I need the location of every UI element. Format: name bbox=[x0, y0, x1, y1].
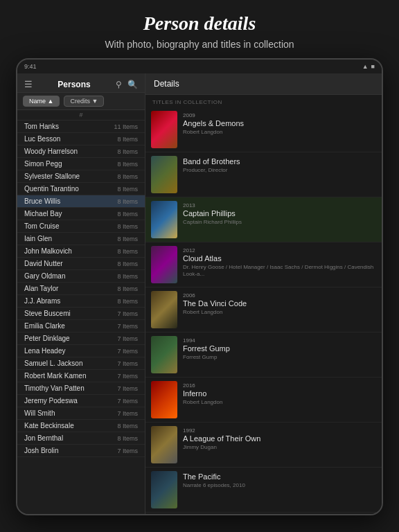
person-row[interactable]: Michael Bay8 Items bbox=[17, 208, 145, 220]
person-name: Alan Taylor bbox=[24, 285, 58, 292]
person-row[interactable]: Simon Pegg8 Items bbox=[17, 158, 145, 170]
title-row[interactable]: 2016InfernoRobert Langdon bbox=[145, 378, 382, 423]
person-count: 7 Items bbox=[117, 410, 138, 417]
top-section: Person details With photo, biography and… bbox=[0, 0, 399, 58]
title-role: Narrate 6 episodes, 2010 bbox=[183, 482, 376, 489]
title-row[interactable]: 2006The Da Vinci CodeRobert Langdon bbox=[145, 287, 382, 332]
title-row[interactable]: Band of BrothersProducer, Director bbox=[145, 152, 382, 197]
person-row[interactable]: Quentin Tarantino8 Items bbox=[17, 183, 145, 195]
person-count: 7 Items bbox=[117, 447, 138, 454]
person-name: Timothy Van Patten bbox=[24, 384, 85, 392]
filter-icon[interactable]: ⚲ bbox=[116, 80, 122, 89]
poster-placeholder bbox=[151, 426, 177, 463]
person-row[interactable]: Alan Taylor8 Items bbox=[17, 283, 145, 295]
person-row[interactable]: Timothy Van Patten7 Items bbox=[17, 382, 145, 395]
person-row[interactable]: J.J. Abrams8 Items bbox=[17, 295, 145, 308]
title-year: 2016 bbox=[183, 382, 376, 389]
person-count: 7 Items bbox=[117, 335, 138, 342]
page-subtitle: With photo, biography and titles in coll… bbox=[14, 39, 385, 50]
right-panel-title: Details bbox=[154, 79, 179, 89]
title-row[interactable]: 1994Forrest GumpForrest Gump bbox=[145, 332, 382, 378]
person-name: Jon Bernthal bbox=[24, 434, 63, 442]
title-year: 1994 bbox=[183, 337, 376, 344]
left-panel: ☰ Persons ⚲ 🔍 Name ▲ Credits ▼ # Tom Han… bbox=[17, 73, 145, 514]
title-role: Producer, Director bbox=[183, 167, 376, 174]
person-name: Peter Dinklage bbox=[24, 335, 70, 342]
title-row[interactable]: 2013Captain PhillipsCaptain Richard Phil… bbox=[145, 197, 382, 242]
titles-list[interactable]: 2009Angels & DemonsRobert LangdonBand of… bbox=[145, 107, 382, 514]
battery-icon: ■ bbox=[371, 63, 375, 70]
title-poster bbox=[151, 201, 177, 238]
person-row[interactable]: Josh Brolin7 Items bbox=[17, 445, 145, 457]
title-name: Inferno bbox=[183, 389, 376, 398]
menu-icon[interactable]: ☰ bbox=[24, 79, 33, 89]
title-year: 2006 bbox=[183, 292, 376, 299]
title-role: Jimmy Dugan bbox=[183, 444, 376, 451]
person-count: 8 Items bbox=[117, 435, 138, 442]
title-year: 1992 bbox=[183, 427, 376, 434]
person-count: 7 Items bbox=[117, 348, 138, 355]
person-count: 7 Items bbox=[117, 310, 138, 317]
title-info: 1992A League of Their OwnJimmy Dugan bbox=[183, 426, 376, 451]
person-row[interactable]: Gary Oldman8 Items bbox=[17, 270, 145, 283]
person-row[interactable]: Will Smith7 Items bbox=[17, 407, 145, 420]
person-row[interactable]: Iain Glen8 Items bbox=[17, 233, 145, 245]
title-info: 1994Forrest GumpForrest Gump bbox=[183, 336, 376, 361]
person-row[interactable]: Robert Mark Kamen7 Items bbox=[17, 370, 145, 382]
sort-credits-button[interactable]: Credits ▼ bbox=[64, 96, 104, 107]
status-time: 9:41 bbox=[24, 63, 37, 70]
person-count: 8 Items bbox=[117, 260, 138, 267]
person-name: Steve Buscemi bbox=[24, 310, 71, 317]
person-count: 8 Items bbox=[117, 273, 138, 280]
person-row[interactable]: Samuel L. Jackson7 Items bbox=[17, 357, 145, 370]
title-role: Robert Langdon bbox=[183, 129, 376, 136]
persons-list[interactable]: Tom Hanks11 ItemsLuc Besson8 ItemsWoody … bbox=[17, 121, 145, 514]
title-info: 2013Captain PhillipsCaptain Richard Phil… bbox=[183, 201, 376, 226]
title-year: 2012 bbox=[183, 247, 376, 254]
person-name: Luc Besson bbox=[24, 135, 60, 143]
person-row[interactable]: Kate Beckinsale8 Items bbox=[17, 420, 145, 432]
person-row[interactable]: Steve Buscemi7 Items bbox=[17, 308, 145, 320]
search-icon[interactable]: 🔍 bbox=[127, 80, 138, 89]
title-info: 2006The Da Vinci CodeRobert Langdon bbox=[183, 291, 376, 316]
person-name: Samuel L. Jackson bbox=[24, 360, 83, 367]
title-row[interactable]: 2012Cloud AtlasDr. Henry Goose / Hotel M… bbox=[145, 242, 382, 287]
person-row[interactable]: Lena Headey7 Items bbox=[17, 345, 145, 357]
person-row[interactable]: John Malkovich8 Items bbox=[17, 245, 145, 258]
person-count: 7 Items bbox=[117, 373, 138, 380]
person-row[interactable]: Tom Hanks11 Items bbox=[17, 121, 145, 133]
title-info: Band of BrothersProducer, Director bbox=[183, 156, 376, 174]
person-row[interactable]: Jon Bernthal8 Items bbox=[17, 432, 145, 445]
title-row[interactable]: The PacificNarrate 6 episodes, 2010 bbox=[145, 468, 382, 513]
title-row[interactable]: 1992A League of Their OwnJimmy Dugan bbox=[145, 423, 382, 468]
person-row[interactable]: Emilia Clarke7 Items bbox=[17, 320, 145, 332]
page-title: Person details bbox=[14, 12, 385, 35]
title-row[interactable]: 1993Philadelphia bbox=[145, 513, 382, 514]
title-role: Robert Langdon bbox=[183, 309, 376, 316]
title-role: Captain Richard Phillips bbox=[183, 219, 376, 226]
person-row[interactable]: Bruce Willis8 Items bbox=[17, 195, 145, 208]
person-count: 8 Items bbox=[117, 211, 138, 218]
title-name: Angels & Demons bbox=[183, 119, 376, 127]
person-name: Kate Beckinsale bbox=[24, 422, 74, 429]
person-row[interactable]: Luc Besson8 Items bbox=[17, 133, 145, 145]
person-row[interactable]: David Nutter8 Items bbox=[17, 258, 145, 270]
person-name: Simon Pegg bbox=[24, 160, 62, 168]
person-name: David Nutter bbox=[24, 260, 63, 267]
person-row[interactable]: Peter Dinklage7 Items bbox=[17, 332, 145, 345]
person-row[interactable]: Woody Harrelson8 Items bbox=[17, 145, 145, 158]
person-row[interactable]: Sylvester Stallone8 Items bbox=[17, 170, 145, 183]
header-icons: ⚲ 🔍 bbox=[116, 80, 138, 89]
title-poster bbox=[151, 426, 177, 463]
sort-name-button[interactable]: Name ▲ bbox=[23, 96, 60, 107]
person-name: Robert Mark Kamen bbox=[24, 372, 86, 380]
title-row[interactable]: 2009Angels & DemonsRobert Langdon bbox=[145, 107, 382, 152]
person-row[interactable]: Jeremy Podeswa7 Items bbox=[17, 395, 145, 407]
person-count: 7 Items bbox=[117, 360, 138, 367]
section-header: # bbox=[17, 110, 145, 121]
poster-placeholder bbox=[151, 156, 177, 193]
title-name: Cloud Atlas bbox=[183, 254, 376, 263]
title-poster bbox=[151, 291, 177, 328]
status-bar: 9:41 ▲ ■ bbox=[17, 60, 382, 73]
person-row[interactable]: Tom Cruise8 Items bbox=[17, 220, 145, 233]
